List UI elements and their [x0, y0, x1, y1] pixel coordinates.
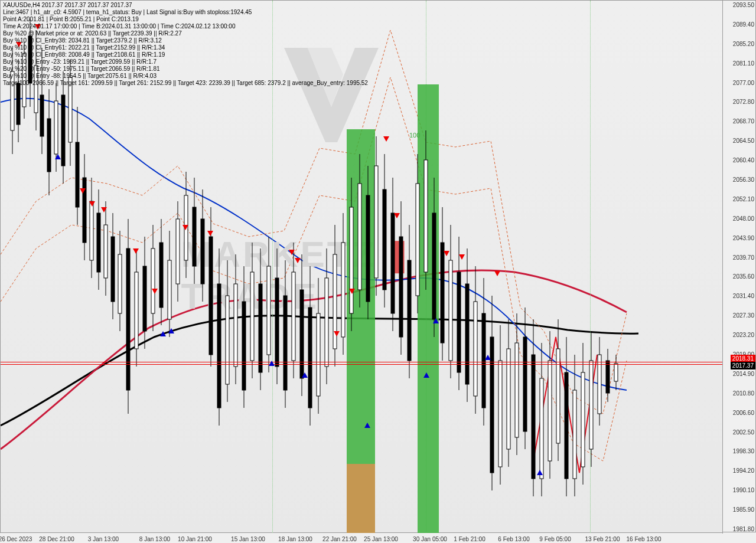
price-label-current: 2017.37	[731, 362, 755, 369]
price-tick: 1998.30	[724, 448, 754, 454]
svg-rect-37	[126, 248, 130, 390]
sell-signal-icon	[101, 207, 107, 212]
watermark-divider-icon	[393, 241, 405, 273]
info-line: Buy %20 @ Market price or at: 2020.63 ||…	[3, 30, 368, 37]
svg-rect-33	[111, 237, 115, 302]
svg-rect-77	[292, 272, 295, 361]
buy-signal-icon	[269, 361, 275, 366]
svg-rect-123	[482, 313, 485, 408]
time-tick: 16 Feb 13:00	[627, 536, 662, 542]
svg-rect-127	[498, 361, 502, 467]
price-tick: 2035.60	[724, 273, 754, 280]
svg-rect-137	[540, 378, 543, 479]
svg-rect-83	[317, 313, 320, 396]
price-tick: 2072.80	[724, 99, 754, 105]
info-line: Buy %10 @ Cl_Entry61: 2022.21 || Target:…	[3, 44, 368, 51]
svg-rect-81	[308, 308, 312, 408]
price-tick: 1985.90	[724, 506, 754, 513]
symbol-title: XAUUSDe,H4 2017.37 2017.37 2017.37 2017.…	[3, 2, 368, 9]
svg-rect-43	[151, 248, 155, 313]
svg-rect-63	[234, 284, 237, 367]
svg-rect-23	[76, 142, 79, 207]
price-tick: 2002.50	[724, 429, 754, 436]
buy-signal-icon	[433, 318, 439, 323]
svg-rect-73	[275, 278, 279, 367]
price-line-red	[1, 362, 722, 362]
time-tick: 8 Jan 13:00	[139, 536, 170, 542]
price-axis: 2018.31 2017.37 2093.502089.402085.20208…	[722, 0, 756, 532]
svg-rect-99	[383, 189, 386, 290]
buy-signal-icon	[364, 423, 370, 428]
svg-rect-55	[201, 219, 204, 284]
info-line: Target100: 2066.59 || Target 161: 2099.5…	[3, 80, 368, 87]
svg-rect-103	[399, 237, 403, 337]
price-tick: 2089.40	[724, 21, 754, 28]
sell-signal-icon	[394, 213, 400, 218]
price-tick: 2048.00	[724, 215, 754, 222]
svg-rect-45	[159, 243, 163, 308]
time-tick: 25 Jan 13:00	[364, 536, 398, 542]
time-tick: 26 Dec 2023	[0, 536, 32, 542]
svg-rect-155	[614, 364, 618, 381]
time-tick: 15 Jan 13:00	[231, 536, 265, 542]
svg-rect-89	[341, 243, 345, 337]
buy-signal-icon	[537, 470, 543, 475]
svg-rect-19	[61, 95, 65, 166]
price-tick: 1994.20	[724, 467, 754, 474]
price-tick: 2056.30	[724, 176, 754, 183]
svg-rect-147	[581, 372, 585, 467]
time-tick: 13 Feb 21:00	[585, 536, 620, 542]
svg-rect-135	[532, 355, 535, 479]
price-tick: 1990.10	[724, 487, 754, 493]
info-line: Buy %10 @ Cl_Entry88: 2008.49 || Target:…	[3, 51, 368, 58]
highlight-zone-2	[418, 84, 439, 533]
sell-signal-icon	[207, 231, 213, 236]
sell-signal-icon	[494, 271, 500, 276]
svg-rect-105	[408, 260, 411, 361]
svg-rect-69	[259, 284, 262, 372]
time-tick: 22 Jan 21:00	[322, 536, 357, 542]
price-tick: 2006.60	[724, 410, 754, 416]
time-tick: 1 Feb 21:00	[454, 536, 485, 542]
sell-signal-icon	[444, 251, 449, 256]
svg-rect-153	[606, 361, 610, 393]
point-c-vertical	[590, 1, 591, 533]
point-label-100: 100	[409, 132, 420, 139]
price-tick: 2039.70	[724, 254, 754, 261]
price-tick: 2052.10	[724, 196, 754, 202]
svg-rect-143	[565, 372, 568, 479]
sell-signal-icon	[295, 258, 301, 263]
info-line: Buy %10 @ Cl_Entry38: 2034.81 || Target:…	[3, 37, 368, 44]
svg-rect-131	[515, 343, 519, 437]
svg-rect-85	[325, 278, 328, 367]
price-tick: 2077.00	[724, 80, 754, 86]
watermark-right: TRADE	[181, 276, 320, 316]
svg-rect-61	[226, 296, 229, 384]
time-tick: 6 Feb 13:00	[498, 536, 529, 542]
svg-rect-47	[168, 260, 171, 319]
buy-signal-icon	[168, 328, 174, 333]
sell-signal-icon	[80, 188, 86, 194]
svg-rect-101	[391, 213, 395, 313]
svg-rect-41	[143, 266, 146, 331]
svg-rect-79	[300, 290, 304, 378]
time-axis: 26 Dec 202328 Dec 21:003 Jan 13:008 Jan …	[0, 532, 722, 543]
svg-rect-17	[54, 101, 58, 154]
price-tick: 2027.30	[724, 312, 754, 319]
svg-rect-141	[556, 349, 560, 443]
price-tick: 2010.80	[724, 390, 754, 397]
svg-rect-71	[267, 266, 271, 355]
sell-signal-icon	[289, 250, 295, 255]
svg-rect-75	[284, 296, 287, 390]
svg-rect-5	[17, 83, 20, 125]
svg-rect-115	[449, 260, 452, 361]
svg-rect-113	[441, 243, 444, 343]
chart-canvas[interactable]: MARKETZ TRADE	[0, 0, 723, 534]
price-tick: 2031.40	[724, 293, 754, 299]
svg-rect-39	[135, 272, 138, 349]
price-tick: 2064.50	[724, 138, 754, 144]
time-tick: 9 Feb 05:00	[539, 536, 571, 542]
svg-rect-21	[69, 77, 72, 142]
svg-rect-121	[474, 302, 477, 396]
sell-signal-icon	[183, 225, 188, 230]
